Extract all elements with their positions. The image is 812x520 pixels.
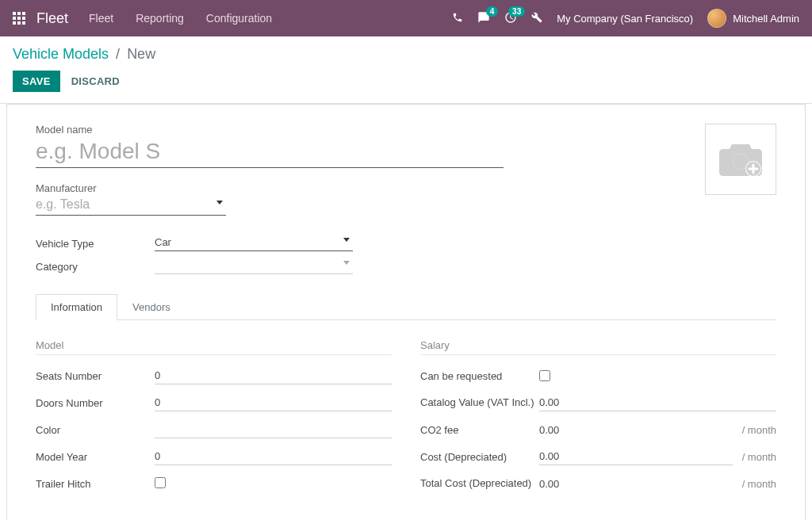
control-panel: Vehicle Models / New SAVE DISCARD [0, 36, 812, 104]
total-label: Total Cost (Depreciated) [420, 477, 539, 491]
content-scroll[interactable]: Model name Manufacturer Vehicle Type Cat… [0, 104, 812, 520]
nav-menu-fleet[interactable]: Fleet [89, 12, 113, 25]
apps-icon[interactable] [13, 12, 25, 25]
messages-icon[interactable]: 4 [477, 11, 490, 26]
app-brand[interactable]: Fleet [36, 10, 68, 27]
co2-value: 0.00 [539, 424, 733, 436]
vehicle-type-label: Vehicle Type [36, 235, 155, 250]
tools-icon[interactable] [531, 12, 542, 25]
section-salary-title: Salary [420, 339, 776, 355]
total-unit: / month [742, 478, 776, 490]
messages-badge: 4 [486, 6, 499, 17]
breadcrumb-parent[interactable]: Vehicle Models [13, 46, 109, 62]
form-sheet: Model name Manufacturer Vehicle Type Cat… [6, 104, 806, 520]
color-input[interactable] [155, 422, 392, 438]
cost-unit: / month [742, 451, 776, 463]
requested-label: Can be requested [420, 370, 539, 382]
tab-pane-information: Model Seats Number Doors Number Color Mo… [36, 320, 776, 501]
nav-menu: Fleet Reporting Configuration [89, 12, 272, 25]
doors-input[interactable] [155, 395, 392, 411]
co2-label: CO2 fee [420, 424, 539, 436]
user-name: Mitchell Admin [733, 13, 799, 25]
image-upload[interactable] [705, 124, 776, 195]
co2-unit: / month [742, 424, 776, 436]
cost-input[interactable] [539, 449, 733, 465]
camera-plus-icon [718, 141, 763, 178]
tab-information[interactable]: Information [36, 294, 117, 320]
manufacturer-label: Manufacturer [36, 182, 776, 194]
company-selector[interactable]: My Company (San Francisco) [557, 13, 693, 25]
model-name-input[interactable] [36, 137, 504, 168]
model-name-label: Model name [36, 124, 776, 136]
nav-menu-reporting[interactable]: Reporting [136, 12, 184, 25]
nav-menu-configuration[interactable]: Configuration [206, 12, 272, 25]
tab-vendors[interactable]: Vendors [117, 294, 186, 320]
phone-icon[interactable] [452, 12, 463, 25]
doors-label: Doors Number [36, 397, 155, 409]
user-menu[interactable]: Mitchell Admin [707, 9, 799, 28]
top-navbar: Fleet Fleet Reporting Configuration 4 33… [0, 0, 812, 36]
color-label: Color [36, 424, 155, 436]
tabs: Information Vendors [36, 293, 776, 320]
activities-icon[interactable]: 33 [504, 11, 517, 26]
seats-input[interactable] [155, 368, 392, 384]
cost-label: Cost (Depreciated) [420, 451, 539, 463]
manufacturer-input[interactable] [36, 196, 226, 216]
category-select[interactable] [155, 258, 353, 274]
discard-button[interactable]: DISCARD [71, 75, 120, 87]
year-label: Model Year [36, 451, 155, 463]
total-value: 0.00 [539, 478, 733, 490]
breadcrumb-current: New [127, 46, 155, 62]
requested-checkbox[interactable] [539, 370, 550, 381]
year-input[interactable] [155, 449, 392, 465]
catalog-label: Catalog Value (VAT Incl.) [420, 396, 539, 410]
catalog-input[interactable] [539, 395, 776, 411]
section-model-title: Model [36, 339, 392, 355]
category-label: Category [36, 258, 155, 273]
vehicle-type-select[interactable] [155, 235, 353, 251]
seats-label: Seats Number [36, 370, 155, 382]
avatar [707, 9, 726, 28]
activities-badge: 33 [508, 6, 525, 17]
breadcrumb: Vehicle Models / New [13, 46, 799, 63]
trailer-label: Trailer Hitch [36, 478, 155, 490]
trailer-checkbox[interactable] [155, 477, 166, 488]
save-button[interactable]: SAVE [13, 71, 60, 92]
